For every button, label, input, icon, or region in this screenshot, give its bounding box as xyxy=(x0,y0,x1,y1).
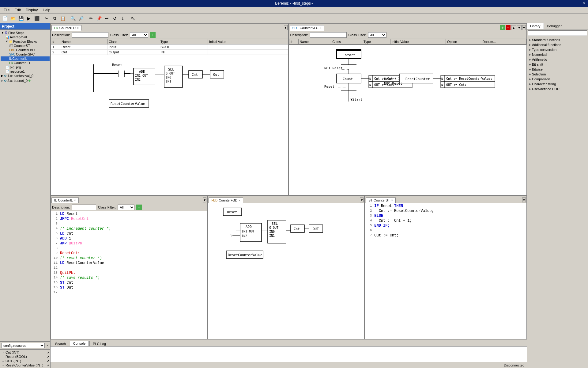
stop-button[interactable]: ⬛ xyxy=(33,15,40,22)
copy-button[interactable]: ⧉ xyxy=(51,15,58,22)
tool2-button[interactable]: 📌 xyxy=(95,15,103,22)
counter-fbd-menu[interactable]: ▼ xyxy=(360,197,364,202)
tree-item-function-blocks[interactable]: ▼ 📁 Function Blocks xyxy=(1,39,50,44)
tool1-button[interactable]: ✏ xyxy=(87,15,95,22)
lib-item-type-conversion[interactable]: ▶ Type conversion xyxy=(528,47,587,52)
tab-plc-log[interactable]: PLC Log xyxy=(89,341,109,346)
menu-display[interactable]: Display xyxy=(23,7,40,13)
lib-item-bit-shift[interactable]: ▶ Bit-shift xyxy=(528,62,587,67)
il-class-filter-label: Class Filter: xyxy=(98,205,116,209)
counter-il-menu[interactable]: ▼ xyxy=(203,197,206,202)
tree-item-first-steps[interactable]: ▼ ⚙ First Steps xyxy=(1,30,50,35)
menu-help[interactable]: Help xyxy=(40,7,53,13)
il-line-2: 2 JMPC ResetCnt xyxy=(51,217,206,222)
menu-edit[interactable]: Edit xyxy=(12,7,23,13)
counter-ld-menu[interactable]: ▼ xyxy=(284,25,288,30)
var-reset-counter-icon[interactable]: ↗ xyxy=(47,364,49,367)
counter-ld-add-btn[interactable]: + xyxy=(150,32,156,38)
cut-button[interactable]: ✂ xyxy=(43,15,51,22)
counter-il-code[interactable]: 1 LD Reset 2 JMPC ResetCnt 3 4 (* increm… xyxy=(51,211,207,339)
lib-item-selection[interactable]: ▶ Selection xyxy=(528,72,587,77)
fbd-sel-in0: IN0 xyxy=(269,230,275,233)
save-button[interactable]: 💾 xyxy=(17,15,24,22)
project-title: Project xyxy=(0,23,50,30)
run-button[interactable]: ▶ xyxy=(25,15,32,22)
tree-item-average-val[interactable]: 📊 AverageVal xyxy=(1,35,50,39)
tree-item-counter-sfc[interactable]: SFC CounterSFC xyxy=(1,52,50,56)
counter-il-tab[interactable]: IL CounterIL × xyxy=(51,197,79,203)
counter-il-class-filter[interactable]: All xyxy=(118,205,134,210)
sfc-add-btn[interactable]: + xyxy=(500,25,505,30)
menu-file[interactable]: File xyxy=(1,7,12,13)
cursor-button[interactable]: ↖ xyxy=(129,15,137,22)
counter-ld-tab[interactable]: LD CounterLD × xyxy=(51,25,81,31)
lib-item-user-defined[interactable]: ▶ User-defined POU xyxy=(528,86,587,91)
st-line-2: 2 Cnt := ResetCounterValue; xyxy=(366,209,526,214)
counter-st-menu[interactable]: ▼ xyxy=(522,197,526,202)
sfc-remove-btn[interactable]: − xyxy=(506,25,511,30)
counter-ld-desc-input[interactable] xyxy=(72,32,108,38)
tree-item-counter-st[interactable]: ST CounterST xyxy=(1,44,50,48)
counter-sfc-desc-input[interactable] xyxy=(310,32,347,38)
tool4-button[interactable]: ↺ xyxy=(111,15,119,22)
st-line-7: 7 Out := Cnt; xyxy=(366,233,526,238)
table-row[interactable]: 2 Out Output INT xyxy=(51,50,288,55)
lib-item-additional-functions[interactable]: ▶ Additional functions xyxy=(528,42,587,47)
tree-item-resource1[interactable]: 📄 resource1 xyxy=(1,69,50,74)
tab-console[interactable]: Console xyxy=(70,341,89,346)
counter-st-code[interactable]: 1 IF Reset THEN 2 Cnt := ResetCounterVal… xyxy=(365,203,526,339)
counter-fbd-close[interactable]: × xyxy=(239,199,240,202)
sfc-class-filter-label: Class Filter: xyxy=(349,33,366,37)
var-reset-icon[interactable]: ↗ xyxy=(47,355,49,358)
sfc-up-btn[interactable]: ▲ xyxy=(511,25,516,30)
counter-ld-tab-label: CounterLD xyxy=(59,26,76,30)
tree-item-counter-il[interactable]: IL CounterIL xyxy=(1,56,50,61)
table-row[interactable]: 1 Reset Input BOOL xyxy=(51,44,288,50)
config-confirm-button[interactable]: ✓ xyxy=(46,343,49,348)
counter-sfc-close[interactable]: × xyxy=(320,26,322,30)
debugger-tab[interactable]: Debugger xyxy=(544,23,565,29)
counter-il-add-btn[interactable]: + xyxy=(136,205,142,210)
paste-button[interactable]: 📋 xyxy=(59,15,66,22)
var-cnt: → Cnt (INT) ↗ xyxy=(1,350,50,355)
lib-item-character-string[interactable]: ▶ Character string xyxy=(528,82,587,86)
open-button[interactable]: 📂 xyxy=(9,15,17,22)
lib-item-arithmetic[interactable]: ▶ Arithmetic xyxy=(528,57,587,62)
counter-ld-class-filter[interactable]: All Input Output xyxy=(130,32,148,38)
zoom-in-button[interactable]: 🔍 xyxy=(69,15,77,22)
config-select[interactable]: config.resource xyxy=(1,343,45,348)
lib-item-numerical[interactable]: ▶ Numerical xyxy=(528,52,587,57)
zoom-out-button[interactable]: 🔎 xyxy=(77,15,85,22)
lib-item-comparison[interactable]: ▶ Comparison xyxy=(528,77,587,82)
tree-label-canfestival: 1.x: canfestival_0 xyxy=(7,74,33,78)
new-button[interactable]: 📄 xyxy=(1,15,9,22)
menu-bar: File Edit Display Help xyxy=(0,7,588,13)
counter-st-tab[interactable]: ST CounterST × xyxy=(366,197,396,203)
tree-item-counter-ld[interactable]: LD CounterLD xyxy=(1,61,50,65)
var-out-icon[interactable]: ↗ xyxy=(47,359,49,363)
counter-il-close[interactable]: × xyxy=(74,199,76,202)
counter-sfc-tab[interactable]: SFC CounterSFC × xyxy=(290,25,324,31)
var-reset-counter-label: ResetCounterValue (INT) xyxy=(6,363,43,367)
counter-sfc-class-filter[interactable]: All xyxy=(368,32,386,38)
sfc-down-btn[interactable]: ▼ xyxy=(517,25,522,30)
var-cnt-icon[interactable]: ↗ xyxy=(47,351,49,354)
lib-item-standard-functions[interactable]: ▶ Standard functions xyxy=(528,37,587,42)
tree-item-counter-fbd[interactable]: FBD CounterFBD xyxy=(1,48,50,52)
tab-search[interactable]: Search xyxy=(52,341,69,346)
counter-sfc-menu[interactable]: ▼ xyxy=(522,25,526,30)
tree-item-plc-prg[interactable]: 📄 plc_prg xyxy=(1,65,50,69)
tool5-button[interactable]: ⤓ xyxy=(119,15,126,22)
project-tree: ▼ ⚙ First Steps 📊 AverageVal ▼ 📁 Functio… xyxy=(0,30,50,341)
counter-ld-close[interactable]: × xyxy=(77,26,79,30)
counter-fbd-tab[interactable]: FBD CounterFBD × xyxy=(209,197,243,203)
close-button[interactable]: × xyxy=(583,1,586,6)
counter-il-desc-input[interactable] xyxy=(72,205,96,210)
lib-item-bitwise[interactable]: ▶ Bitwise xyxy=(528,67,587,72)
tool3-button[interactable]: ↩ xyxy=(103,15,111,22)
tree-item-canfestival[interactable]: ▶ ⚙ 1.x: canfestival_0 xyxy=(1,74,50,78)
tree-item-bacnet[interactable]: ▶ ⚙ 2.x: bacnet_0 + xyxy=(1,78,50,83)
counter-st-close[interactable]: × xyxy=(391,199,393,202)
library-search-input[interactable] xyxy=(528,30,587,36)
library-tab[interactable]: Library xyxy=(527,23,544,29)
